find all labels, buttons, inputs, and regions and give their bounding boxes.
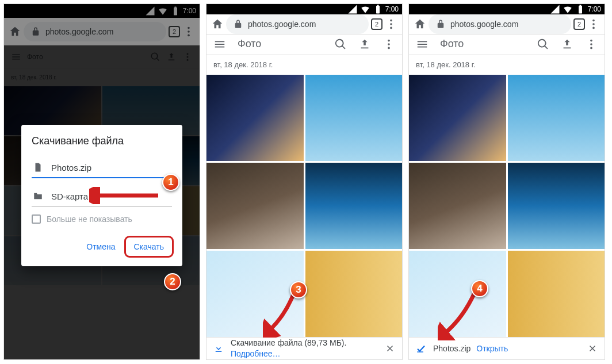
folder-icon [33, 191, 43, 201]
filename-field[interactable]: Photos.zip [32, 158, 172, 178]
upload-icon[interactable] [561, 38, 573, 51]
overflow-icon[interactable] [382, 38, 395, 51]
photo-tile[interactable] [305, 163, 403, 249]
photo-tile[interactable] [305, 75, 403, 161]
close-icon[interactable] [385, 343, 395, 354]
svg-point-17 [590, 43, 592, 45]
app-toolbar: Фото [409, 35, 605, 55]
checkbox-icon[interactable] [32, 214, 41, 224]
step-badge-4: 4 [471, 280, 488, 297]
download-complete-bar: Photos.zip Открыть [409, 337, 605, 359]
phone-screenshot-1: 7:00 photos.google.com 2 Фото вт, 18 дек… [3, 3, 200, 360]
status-bar: 7:00 [206, 4, 402, 14]
overflow-menu-icon[interactable] [587, 18, 600, 30]
download-progress-bar: Скачивание файла (89,73 МБ). Подробнее… [206, 337, 402, 359]
photo-grid[interactable] [206, 75, 402, 337]
overflow-icon[interactable] [585, 38, 598, 51]
filename-text: Photos.zip [51, 163, 91, 173]
clock: 7:00 [588, 5, 601, 13]
photo-tile[interactable] [206, 163, 304, 249]
svg-point-12 [388, 47, 390, 49]
dialog-title: Скачивание файла [32, 135, 172, 147]
svg-point-11 [388, 43, 390, 45]
browser-toolbar: photos.google.com 2 [206, 14, 402, 35]
svg-point-10 [388, 40, 390, 42]
svg-point-18 [590, 47, 592, 49]
wifi-icon [563, 4, 573, 14]
signal-icon [347, 4, 358, 14]
lock-icon [233, 19, 243, 29]
close-icon[interactable] [587, 343, 598, 354]
app-title: Фото [238, 38, 261, 50]
svg-point-16 [590, 40, 592, 42]
signal-icon [550, 4, 560, 14]
svg-point-9 [390, 27, 392, 29]
photo-tile[interactable] [508, 75, 605, 161]
download-dialog: Скачивание файла Photos.zip SD-карта Бол… [21, 125, 182, 266]
app-toolbar: Фото [206, 35, 402, 55]
photo-tile[interactable] [409, 251, 506, 337]
step-badge-3: 3 [290, 281, 307, 298]
dont-show-label: Больше не показывать [47, 214, 132, 224]
step-badge-2: 2 [164, 273, 181, 290]
search-icon[interactable] [537, 38, 549, 51]
svg-point-15 [592, 27, 595, 29]
location-field[interactable]: SD-карта [32, 186, 172, 206]
cancel-button[interactable]: Отмена [78, 237, 123, 256]
step-badge-1: 1 [162, 174, 179, 191]
photo-tile[interactable] [409, 163, 506, 249]
battery-icon [575, 4, 586, 14]
upload-icon[interactable] [358, 38, 371, 51]
svg-point-13 [592, 20, 595, 22]
url-text: photos.google.com [450, 20, 518, 29]
photo-tile[interactable] [206, 251, 304, 337]
tab-switcher[interactable]: 2 [371, 18, 382, 30]
done-filename: Photos.zip [433, 344, 471, 353]
status-bar: 7:00 [409, 4, 605, 14]
photo-tile[interactable] [206, 75, 304, 161]
check-icon [416, 343, 426, 354]
wifi-icon [360, 4, 370, 14]
home-icon[interactable] [414, 18, 426, 30]
home-icon[interactable] [211, 18, 224, 30]
download-icon [213, 343, 224, 354]
photo-tile[interactable] [305, 251, 403, 337]
lock-icon [435, 19, 446, 29]
file-icon [33, 162, 43, 173]
app-title: Фото [440, 38, 464, 50]
phone-screenshot-2: 7:00 photos.google.com 2 Фото вт, 18 дек… [206, 3, 403, 360]
photo-tile[interactable] [508, 163, 605, 249]
overflow-menu-icon[interactable] [385, 18, 397, 30]
address-bar[interactable]: photos.google.com [226, 14, 369, 34]
battery-icon [373, 4, 383, 14]
url-text: photos.google.com [248, 20, 316, 29]
svg-point-8 [390, 23, 392, 25]
photo-tile[interactable] [409, 75, 506, 161]
download-button[interactable]: Скачать [126, 237, 173, 256]
tab-switcher[interactable]: 2 [573, 18, 585, 30]
svg-point-14 [592, 23, 595, 25]
clock: 7:00 [385, 5, 399, 13]
browser-toolbar: photos.google.com 2 [409, 14, 605, 35]
photo-tile[interactable] [508, 251, 605, 337]
hamburger-icon[interactable] [213, 38, 226, 51]
open-link[interactable]: Открыть [476, 344, 508, 353]
hamburger-icon[interactable] [416, 38, 429, 51]
photo-grid[interactable] [409, 75, 605, 337]
svg-point-7 [390, 20, 392, 22]
more-link[interactable]: Подробнее… [231, 349, 281, 358]
date-header: вт, 18 дек. 2018 г. [206, 55, 402, 75]
address-bar[interactable]: photos.google.com [429, 14, 571, 34]
dont-show-again[interactable]: Больше не показывать [32, 214, 172, 224]
location-text: SD-карта [51, 191, 88, 201]
phone-screenshot-3: 7:00 photos.google.com 2 Фото вт, 18 дек… [408, 3, 605, 360]
search-icon[interactable] [334, 38, 347, 51]
progress-text: Скачивание файла (89,73 МБ). [231, 338, 346, 347]
date-header: вт, 18 дек. 2018 г. [409, 55, 605, 75]
